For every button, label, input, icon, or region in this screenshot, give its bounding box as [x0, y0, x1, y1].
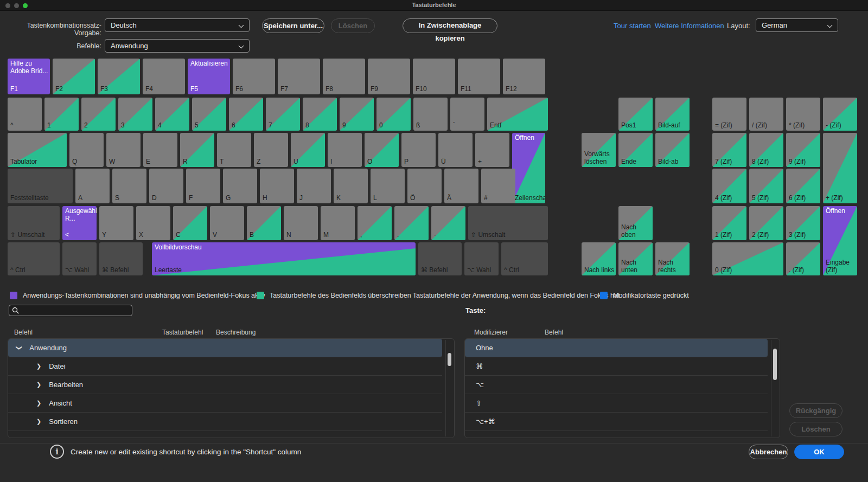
key-h[interactable]: H: [260, 169, 294, 203]
key-tabulator[interactable]: Tabulator: [8, 133, 67, 167]
key-nach-unten[interactable]: Nach unten: [618, 242, 653, 275]
key-y[interactable]: Y: [99, 206, 133, 240]
key-f6[interactable]: F6: [233, 59, 275, 94]
commands-select[interactable]: Anwendung: [105, 39, 250, 53]
key-i[interactable]: I: [328, 133, 362, 167]
key-f11[interactable]: F11: [458, 59, 500, 94]
key-1-zif[interactable]: 1 (Zif): [712, 206, 746, 240]
search-input[interactable]: [22, 305, 130, 316]
key-g[interactable]: G: [223, 169, 257, 203]
key-ctrl[interactable]: ^ Ctrl: [501, 242, 548, 275]
key-3-zif[interactable]: 3 (Zif): [786, 206, 820, 240]
key-7[interactable]: 7: [266, 98, 300, 131]
key-[interactable]: Ausgewählten R...<: [62, 206, 97, 240]
chevron-right-icon[interactable]: ❯: [36, 376, 41, 394]
key-zif[interactable]: = (Zif): [712, 98, 746, 131]
key-eingabe-zif[interactable]: ÖffnenEingabe (Zif): [823, 206, 857, 275]
key-umschalt[interactable]: ⇧ Umschalt: [8, 206, 60, 240]
command-row-bearbeiten[interactable]: ❯Bearbeiten: [8, 376, 442, 394]
key-befehl[interactable]: ⌘ Befehl: [418, 242, 462, 275]
key-f7[interactable]: F7: [278, 59, 320, 94]
key-leertaste[interactable]: VollbildvorschauLeertaste: [152, 242, 416, 275]
key-umschalt[interactable]: ⇧ Umschalt: [468, 206, 548, 240]
key-[interactable]: #: [481, 169, 515, 203]
key-f10[interactable]: F10: [413, 59, 455, 94]
key-table-scrollbar[interactable]: [771, 340, 777, 436]
key-entf[interactable]: Entf: [487, 98, 548, 131]
key-wahl[interactable]: ⌥ Wahl: [464, 242, 499, 275]
key-f12[interactable]: F12: [503, 59, 545, 94]
key-zif[interactable]: + (Zif): [823, 133, 857, 203]
modifier-row[interactable]: ⇧: [465, 394, 768, 413]
modifier-row[interactable]: Ohne: [465, 339, 768, 357]
key-zif[interactable]: / (Zif): [749, 98, 783, 131]
key-zif[interactable]: * (Zif): [786, 98, 820, 131]
key-r[interactable]: R: [180, 133, 214, 167]
key-n[interactable]: N: [284, 206, 318, 240]
key-9-zif[interactable]: 9 (Zif): [786, 133, 820, 167]
key-0[interactable]: 0: [376, 98, 411, 131]
ok-button[interactable]: OK: [794, 445, 844, 459]
key-f4[interactable]: F4: [143, 59, 185, 94]
key-f3[interactable]: F3: [98, 59, 140, 94]
key-zif[interactable]: - (Zif): [823, 98, 857, 131]
key-t[interactable]: T: [217, 133, 251, 167]
key-d[interactable]: D: [149, 169, 183, 203]
key-pos1[interactable]: Pos1: [618, 98, 653, 131]
key-k[interactable]: K: [334, 169, 368, 203]
key-ß[interactable]: ß: [413, 98, 448, 131]
key-a[interactable]: A: [75, 169, 110, 203]
key-4[interactable]: 4: [155, 98, 189, 131]
key-zeilenschalter[interactable]: ÖffnenZeilenschalter: [512, 133, 545, 203]
key-befehl[interactable]: ⌘ Befehl: [99, 242, 143, 275]
key-ä[interactable]: Ä: [444, 169, 478, 203]
key-vorwärts-löschen[interactable]: Vorwärts löschen: [582, 133, 616, 167]
key-4-zif[interactable]: 4 (Zif): [712, 169, 746, 203]
key-3[interactable]: 3: [118, 98, 152, 131]
key-l[interactable]: L: [371, 169, 405, 203]
key-e[interactable]: E: [143, 133, 177, 167]
key-f9[interactable]: F9: [368, 59, 410, 94]
modifier-row[interactable]: ⌥+⌘: [465, 413, 768, 431]
layout-select[interactable]: German: [756, 18, 838, 32]
key-s[interactable]: S: [112, 169, 146, 203]
key-7-zif[interactable]: 7 (Zif): [712, 133, 746, 167]
key-x[interactable]: X: [136, 206, 170, 240]
key-f[interactable]: F: [186, 169, 220, 203]
modifier-row[interactable]: ⌘: [465, 357, 768, 376]
key-v[interactable]: V: [210, 206, 244, 240]
modifier-row[interactable]: ⌥: [465, 376, 768, 394]
key-[interactable]: ^: [8, 98, 42, 131]
key-p[interactable]: P: [401, 133, 436, 167]
key-6[interactable]: 6: [229, 98, 263, 131]
key-u[interactable]: U: [291, 133, 325, 167]
preset-select[interactable]: Deutsch: [105, 18, 250, 32]
key-2-zif[interactable]: 2 (Zif): [749, 206, 783, 240]
key-wahl[interactable]: ⌥ Wahl: [62, 242, 97, 275]
scrollbar-thumb[interactable]: [448, 353, 451, 366]
key-f5[interactable]: AktualisierenF5: [188, 59, 230, 94]
chevron-right-icon[interactable]: ❯: [36, 357, 41, 375]
key-ü[interactable]: Ü: [438, 133, 473, 167]
chevron-right-icon[interactable]: ❯: [36, 394, 41, 412]
copy-to-clipboard-button[interactable]: In Zwischenablage kopieren: [403, 18, 497, 33]
key-nach-oben[interactable]: Nach oben: [618, 206, 653, 240]
key-j[interactable]: J: [297, 169, 331, 203]
key-f2[interactable]: F2: [53, 59, 95, 94]
key-f1[interactable]: Hilfe zu Adobe Brid...F1: [8, 59, 50, 94]
command-row-ansicht[interactable]: ❯Ansicht: [8, 394, 442, 413]
key-zif[interactable]: . (Zif): [786, 242, 820, 275]
key-c[interactable]: C: [173, 206, 207, 240]
delete-shortcut-button[interactable]: Löschen: [789, 422, 843, 436]
scrollbar-thumb[interactable]: [773, 349, 777, 380]
key-w[interactable]: W: [106, 133, 141, 167]
key-8-zif[interactable]: 8 (Zif): [749, 133, 783, 167]
key-1[interactable]: 1: [44, 98, 79, 131]
key-nach-links[interactable]: Nach links: [582, 242, 616, 275]
key-0-zif[interactable]: 0 (Zif): [712, 242, 783, 275]
key-o[interactable]: O: [365, 133, 399, 167]
command-row-datei[interactable]: ❯Datei: [8, 357, 442, 376]
key-z[interactable]: Z: [254, 133, 288, 167]
chevron-down-icon[interactable]: ❯: [10, 345, 28, 350]
key-feststelltaste[interactable]: Feststelltaste: [8, 169, 73, 203]
